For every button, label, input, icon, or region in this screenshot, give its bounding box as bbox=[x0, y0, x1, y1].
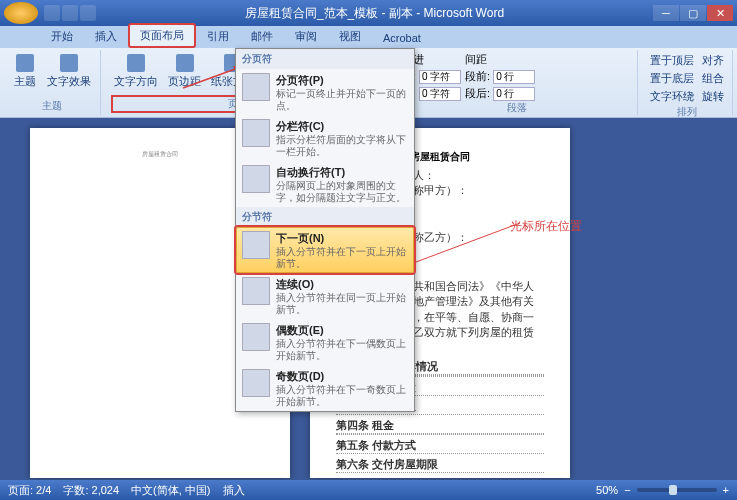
continuous-icon bbox=[242, 277, 270, 305]
minimize-button[interactable]: ─ bbox=[653, 5, 679, 21]
maximize-button[interactable]: ▢ bbox=[680, 5, 706, 21]
next-page-section-item[interactable]: 下一页(N)插入分节符并在下一页上开始新节。 bbox=[236, 227, 414, 273]
indent-left-input[interactable] bbox=[419, 70, 461, 84]
insert-mode[interactable]: 插入 bbox=[223, 483, 245, 498]
zoom-out-button[interactable]: − bbox=[624, 484, 630, 496]
zoom-slider[interactable] bbox=[637, 488, 717, 492]
text-wrap-button[interactable]: 文字环绕 bbox=[648, 88, 696, 105]
even-page-icon bbox=[242, 323, 270, 351]
themes-button[interactable]: 主题 bbox=[10, 52, 40, 91]
column-break-item[interactable]: 分栏符(C)指示分栏符后面的文字将从下一栏开始。 bbox=[236, 115, 414, 161]
group-themes: 主题 文字效果 主题 bbox=[4, 50, 101, 115]
space-before-input[interactable] bbox=[493, 70, 535, 84]
text-direction-button[interactable]: 文字方向 bbox=[111, 52, 161, 91]
page-status[interactable]: 页面: 2/4 bbox=[8, 483, 51, 498]
close-button[interactable]: ✕ bbox=[707, 5, 733, 21]
window-title: 房屋租赁合同_范本_模板 - 副本 - Microsoft Word bbox=[96, 5, 653, 22]
breaks-dropdown: 分页符 分页符(P)标记一页终止并开始下一页的点。 分栏符(C)指示分栏符后面的… bbox=[235, 48, 415, 412]
word-count[interactable]: 字数: 2,024 bbox=[63, 483, 119, 498]
dropdown-section-header: 分页符 bbox=[236, 49, 414, 69]
office-button[interactable] bbox=[4, 2, 38, 24]
send-back-button[interactable]: 置于底层 bbox=[648, 70, 696, 87]
column-break-icon bbox=[242, 119, 270, 147]
next-page-icon bbox=[242, 231, 270, 259]
ribbon-tabs: 开始 插入 页面布局 引用 邮件 审阅 视图 Acrobat bbox=[0, 26, 737, 48]
tab-references[interactable]: 引用 bbox=[196, 25, 240, 48]
page-break-icon bbox=[242, 73, 270, 101]
tab-insert[interactable]: 插入 bbox=[84, 25, 128, 48]
text-wrap-break-item[interactable]: 自动换行符(T)分隔网页上的对象周围的文字，如分隔题注文字与正文。 bbox=[236, 161, 414, 207]
tab-review[interactable]: 审阅 bbox=[284, 25, 328, 48]
tab-home[interactable]: 开始 bbox=[40, 25, 84, 48]
odd-page-section-item[interactable]: 奇数页(D)插入分节符并在下一奇数页上开始新节。 bbox=[236, 365, 414, 411]
tab-mailings[interactable]: 邮件 bbox=[240, 25, 284, 48]
group-label: 段落 bbox=[402, 101, 631, 115]
language-status[interactable]: 中文(简体, 中国) bbox=[131, 483, 210, 498]
zoom-level[interactable]: 50% bbox=[596, 484, 618, 496]
tab-acrobat[interactable]: Acrobat bbox=[372, 28, 432, 48]
group-button[interactable]: 组合 bbox=[700, 70, 726, 87]
continuous-section-item[interactable]: 连续(O)插入分节符并在同一页上开始新节。 bbox=[236, 273, 414, 319]
margins-button[interactable]: 页边距 bbox=[165, 52, 204, 91]
redo-icon[interactable] bbox=[80, 5, 96, 21]
bring-front-button[interactable]: 置于顶层 bbox=[648, 52, 696, 69]
spacing-controls: 间距 段前: 段后: bbox=[465, 52, 535, 101]
group-arrange: 置于顶层 置于底层 文字环绕 对齐 组合 旋转 排列 bbox=[642, 50, 733, 115]
zoom-in-button[interactable]: + bbox=[723, 484, 729, 496]
align-button[interactable]: 对齐 bbox=[700, 52, 726, 69]
page-break-item[interactable]: 分页符(P)标记一页终止并开始下一页的点。 bbox=[236, 69, 414, 115]
title-bar: 房屋租赁合同_范本_模板 - 副本 - Microsoft Word ─ ▢ ✕ bbox=[0, 0, 737, 26]
undo-icon[interactable] bbox=[62, 5, 78, 21]
odd-page-icon bbox=[242, 369, 270, 397]
group-label: 主题 bbox=[10, 99, 94, 113]
group-label: 排列 bbox=[648, 105, 726, 119]
themes-icon bbox=[16, 54, 34, 72]
text-direction-icon bbox=[127, 54, 145, 72]
dropdown-section-header: 分节符 bbox=[236, 207, 414, 227]
text-wrap-break-icon bbox=[242, 165, 270, 193]
effects-button[interactable]: 文字效果 bbox=[44, 52, 94, 91]
rotate-button[interactable]: 旋转 bbox=[700, 88, 726, 105]
even-page-section-item[interactable]: 偶数页(E)插入分节符并在下一偶数页上开始新节。 bbox=[236, 319, 414, 365]
margins-icon bbox=[176, 54, 194, 72]
tab-page-layout[interactable]: 页面布局 bbox=[128, 23, 196, 48]
group-paragraph: 缩进 左: 右: 间距 段前: 段后: 段落 bbox=[396, 50, 638, 115]
indent-right-input[interactable] bbox=[419, 87, 461, 101]
space-after-input[interactable] bbox=[493, 87, 535, 101]
effects-icon bbox=[60, 54, 78, 72]
status-bar: 页面: 2/4 字数: 2,024 中文(简体, 中国) 插入 50% − + bbox=[0, 480, 737, 500]
save-icon[interactable] bbox=[44, 5, 60, 21]
quick-access-toolbar bbox=[44, 5, 96, 21]
tab-view[interactable]: 视图 bbox=[328, 25, 372, 48]
